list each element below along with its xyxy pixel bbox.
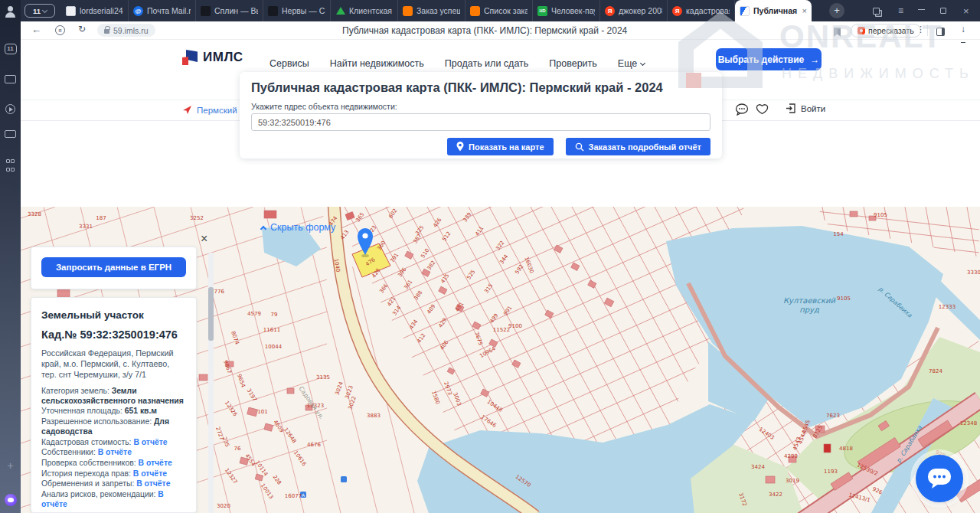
browser-tab[interactable]: Сплин — Вых: [196, 0, 263, 21]
browser-tab[interactable]: Список заказ: [466, 0, 533, 21]
camera-icon[interactable]: [0, 130, 21, 139]
panel-close-icon[interactable]: ×: [201, 232, 207, 246]
show-on-map-button[interactable]: Показать на карте: [447, 138, 554, 155]
back-button[interactable]: ←: [31, 24, 41, 35]
parcel-number: 4676: [307, 442, 321, 448]
parcel-number: 4299: [784, 453, 798, 459]
video-icon[interactable]: [0, 104, 21, 116]
parcel-number: 3330: [967, 270, 980, 276]
browser-tab[interactable]: Якадастровая к: [668, 0, 735, 21]
browser-tab[interactable]: Заказ успешн: [398, 0, 466, 21]
browser-tab[interactable]: Публичная×: [735, 0, 812, 21]
tab-counter[interactable]: 11: [24, 4, 55, 18]
order-report-button[interactable]: Заказать подробный отчёт: [566, 138, 710, 155]
parcel-number: 12333: [939, 304, 956, 310]
tab-label: Почта Mail.ru: [147, 6, 191, 15]
url-box[interactable]: 59.imls.ru: [97, 24, 155, 37]
chat-widget-button[interactable]: [916, 455, 963, 502]
nav-arrow-icon: [182, 105, 192, 115]
object-field: История перехода прав: В отчёте: [41, 469, 186, 479]
parcel-number: 4579: [247, 311, 261, 317]
side-panel-icon[interactable]: [936, 25, 945, 44]
browser-profile-icon[interactable]: я: [55, 25, 65, 35]
tab-groups-icon[interactable]: [873, 0, 880, 21]
window-restore-button[interactable]: [940, 0, 946, 21]
doc-favicon: [66, 6, 76, 16]
gpt-icon: [858, 27, 865, 34]
browser-tab[interactable]: HDЧеловек-паук: [533, 0, 600, 21]
object-field: Уточненная площадь: 651 кв.м: [41, 407, 186, 417]
browser-tab[interactable]: Яджокер 2008: [600, 0, 668, 21]
request-egrn-button[interactable]: Запросить данные в ЕГРН: [41, 257, 186, 277]
browser-vertical-sidebar: 11 +: [0, 0, 21, 513]
tab-label: Человек-паук: [551, 6, 595, 15]
new-tab-button[interactable]: +: [829, 3, 844, 18]
search-form-card: Публичная кадастровая карта (ПКК- ИМЛС):…: [240, 72, 722, 158]
parcel-number: 16077: [285, 493, 302, 499]
nav-item[interactable]: Продать или сдать: [445, 58, 529, 69]
object-field: Обременения и запреты: В отчёте: [41, 479, 186, 489]
choose-action-button[interactable]: Выбрать действие→: [716, 48, 822, 70]
browser-menu-icon[interactable]: ≡: [898, 0, 903, 21]
tab-label: Сплин — Вых: [214, 6, 258, 15]
retell-button[interactable]: пересказать: [851, 24, 921, 38]
tab-close-icon[interactable]: ×: [802, 6, 807, 15]
sidebar-add-icon[interactable]: +: [0, 459, 21, 472]
map-favicon: [740, 6, 750, 16]
report-link[interactable]: В отчёте: [139, 459, 172, 467]
parcel-number: 101: [257, 409, 267, 415]
more-options-icon[interactable]: ⋮: [916, 25, 925, 43]
tri-favicon: [335, 6, 345, 16]
chevron-down-icon: [640, 60, 645, 65]
svg-text:пруд: пруд: [799, 306, 820, 315]
parcel-number: 1193: [824, 469, 838, 475]
browser-tab[interactable]: Клиентская по: [331, 0, 398, 21]
tab-label: Нервы — Сам: [282, 6, 325, 15]
nav-item[interactable]: Еще: [618, 58, 645, 69]
browser-tab[interactable]: Нервы — Сам: [263, 0, 331, 21]
report-link[interactable]: В отчёте: [98, 448, 132, 456]
address-input[interactable]: [251, 113, 710, 131]
nav-item[interactable]: Сервисы: [270, 58, 309, 69]
window-close-button[interactable]: ×: [963, 0, 969, 21]
panel-scrollbar[interactable]: [208, 253, 214, 513]
svg-text:Култаевский: Култаевский: [783, 296, 835, 306]
apps-grid-icon[interactable]: [0, 157, 21, 174]
imls-logo[interactable]: ИМЛС: [182, 50, 243, 65]
alice-assistant-icon[interactable]: [0, 494, 21, 508]
browser-page-title: Публичная кадастровая карта (ПКК- ИМЛС):…: [342, 25, 627, 36]
login-button[interactable]: Войти: [786, 103, 825, 113]
report-link[interactable]: В отчёте: [133, 438, 167, 446]
download-icon[interactable]: ↓: [961, 25, 965, 43]
nav-item[interactable]: Найти недвижимость: [330, 58, 424, 69]
parcel-number: 3252: [190, 215, 204, 221]
comments-icon[interactable]: [735, 103, 749, 119]
parcel-number: 9105: [837, 296, 851, 302]
object-type: Земельный участок: [41, 309, 186, 321]
ya-favicon: Я: [672, 6, 682, 16]
window-minimize-button[interactable]: [918, 0, 925, 21]
profile-avatar-icon[interactable]: [0, 5, 21, 18]
reload-button[interactable]: ↻: [78, 24, 86, 34]
browser-tab[interactable]: lordseriali24.to: [61, 0, 129, 21]
chevron-down-icon: [42, 7, 47, 12]
scrollbar-thumb[interactable]: [208, 287, 214, 341]
report-link[interactable]: В отчёте: [136, 479, 170, 488]
parcel-number: 3019: [786, 478, 799, 484]
nav-item[interactable]: Проверить: [549, 58, 597, 69]
bookmark-icon[interactable]: [834, 26, 841, 44]
tab-count-badge[interactable]: 11: [0, 44, 21, 54]
report-link[interactable]: В отчёте: [133, 469, 167, 478]
favorites-heart-icon[interactable]: [756, 103, 769, 118]
hd-favicon: HD: [537, 6, 547, 16]
parcel-number: 3422: [769, 492, 782, 498]
ya-favicon: Я: [605, 6, 615, 16]
parcel-number: 10044: [265, 344, 283, 350]
feed-icon[interactable]: [0, 75, 21, 85]
object-field: Проверка собственников: В отчёте: [41, 459, 186, 469]
parcel-number: 11522: [493, 327, 510, 333]
hide-form-link[interactable]: Скрыть форму: [261, 222, 335, 233]
chat-bubble-icon: [927, 468, 952, 489]
browser-tab[interactable]: @Почта Mail.ru: [129, 0, 196, 21]
tab-strip: lordseriali24.to@Почта Mail.ruСплин — Вы…: [61, 0, 812, 21]
